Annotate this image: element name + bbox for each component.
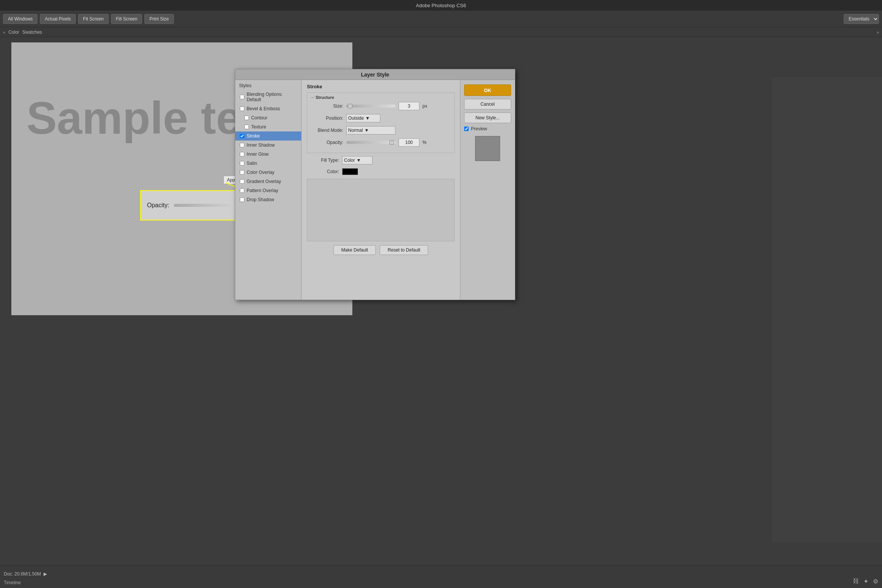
position-dropdown-arrow: ▼ xyxy=(365,116,370,121)
status-icon-star[interactable]: ✦ xyxy=(863,578,868,585)
size-label: Size: xyxy=(311,103,343,109)
gradient-overlay-label: Gradient Overlay xyxy=(247,179,281,184)
timeline-label-area: Timeline xyxy=(0,577,61,588)
collapse-right-icon[interactable]: » xyxy=(877,30,879,34)
fill-area xyxy=(307,179,455,241)
layer-style-dialog: Layer Style Styles Blending Options: Def… xyxy=(235,69,515,300)
styles-item-stroke[interactable]: Stroke xyxy=(235,131,301,141)
status-icon-link[interactable]: ⛓ xyxy=(853,578,859,585)
fill-type-row: Fill Type: Color ▼ xyxy=(307,156,455,164)
app-title: Adobe Photoshop CS6 xyxy=(416,3,466,8)
size-slider[interactable] xyxy=(346,105,396,108)
stroke-opacity-input[interactable] xyxy=(399,138,419,147)
styles-item-inner-shadow[interactable]: Inner Shadow xyxy=(235,141,301,150)
stroke-opacity-slider-thumb[interactable] xyxy=(389,140,394,145)
doc-info: Doc: 20.6M/1.50M ▶ xyxy=(4,571,47,577)
inner-shadow-checkbox[interactable] xyxy=(240,143,244,147)
status-icon-settings[interactable]: ⚙ xyxy=(873,578,878,585)
contour-checkbox[interactable] xyxy=(244,116,249,120)
styles-item-pattern-overlay[interactable]: Pattern Overlay xyxy=(235,186,301,195)
all-windows-button[interactable]: All Windows xyxy=(3,14,38,24)
actual-pixels-button[interactable]: Actual Pixels xyxy=(40,14,76,24)
structure-box: Structure Size: px Position: xyxy=(307,92,455,153)
satin-label: Satin xyxy=(247,161,257,166)
dialog-title-bar: Layer Style xyxy=(235,69,515,80)
dialog-bottom-buttons: Make Default Reset to Default xyxy=(307,245,455,255)
styles-item-drop-shadow[interactable]: Drop Shadow xyxy=(235,195,301,204)
structure-label-row: Structure xyxy=(311,95,450,100)
preview-label-row: Preview xyxy=(464,126,511,131)
status-icons: ⛓ ✦ ⚙ xyxy=(853,578,878,585)
blending-options-label: Blending Options: Default xyxy=(247,92,297,102)
title-bar: Adobe Photoshop CS6 xyxy=(0,0,882,11)
pattern-overlay-checkbox[interactable] xyxy=(240,188,244,193)
styles-panel: Styles Blending Options: Default Bevel &… xyxy=(235,80,302,300)
color-tab-label[interactable]: Color xyxy=(8,30,19,35)
cancel-button[interactable]: Cancel xyxy=(464,99,511,109)
styles-item-contour[interactable]: Contour xyxy=(235,113,301,122)
collapse-left-icon[interactable]: « xyxy=(3,30,5,34)
fill-type-value: Color xyxy=(344,158,355,163)
toolbar: All Windows Actual Pixels Fit Screen Fil… xyxy=(0,11,882,27)
styles-item-gradient-overlay[interactable]: Gradient Overlay xyxy=(235,177,301,186)
position-dropdown[interactable]: Outside ▼ xyxy=(346,114,380,122)
texture-checkbox[interactable] xyxy=(244,125,249,129)
blend-mode-dropdown[interactable]: Normal ▼ xyxy=(346,126,396,134)
reset-to-default-button[interactable]: Reset to Default xyxy=(380,245,428,255)
make-default-button[interactable]: Make Default xyxy=(333,245,376,255)
dialog-title: Layer Style xyxy=(361,72,389,78)
stroke-opacity-label: Opacity: xyxy=(311,140,343,145)
position-row: Position: Outside ▼ xyxy=(311,114,450,122)
doc-info-text: Doc: 20.6M/1.50M xyxy=(4,571,41,577)
color-row: Color: xyxy=(307,168,455,175)
styles-item-satin[interactable]: Satin xyxy=(235,159,301,168)
styles-item-color-overlay[interactable]: Color Overlay xyxy=(235,168,301,177)
stroke-section-title: Stroke xyxy=(307,84,455,89)
fill-type-dropdown[interactable]: Color ▼ xyxy=(342,156,372,164)
styles-item-bevel-emboss[interactable]: Bevel & Emboss xyxy=(235,104,301,113)
color-overlay-checkbox[interactable] xyxy=(240,170,244,175)
blending-options-checkbox[interactable] xyxy=(240,95,244,99)
size-slider-thumb[interactable] xyxy=(348,104,352,108)
styles-item-blending-options[interactable]: Blending Options: Default xyxy=(235,90,301,104)
size-row: Size: px xyxy=(311,102,450,110)
fill-screen-button[interactable]: Fill Screen xyxy=(111,14,142,24)
blend-mode-row: Blend Mode: Normal ▼ xyxy=(311,126,450,134)
fit-screen-button[interactable]: Fit Screen xyxy=(78,14,109,24)
print-size-button[interactable]: Print Size xyxy=(144,14,174,24)
styles-item-inner-glow[interactable]: Inner Glow xyxy=(235,150,301,159)
gradient-overlay-checkbox[interactable] xyxy=(240,179,244,184)
preview-label-text: Preview xyxy=(471,126,487,131)
stroke-checkbox[interactable] xyxy=(240,134,244,138)
texture-label: Texture xyxy=(251,124,266,130)
pattern-overlay-label: Pattern Overlay xyxy=(247,188,278,193)
satin-checkbox[interactable] xyxy=(240,161,244,166)
stroke-opacity-slider[interactable] xyxy=(346,141,396,144)
inner-glow-checkbox[interactable] xyxy=(240,152,244,156)
color-swatch[interactable] xyxy=(342,168,358,175)
status-bar: Doc: 20.6M/1.50M ▶ Timeline ⛓ ✦ ⚙ xyxy=(0,565,882,588)
swatches-tab-label[interactable]: Swatches xyxy=(22,30,42,35)
settings-panel: Stroke Structure Size: px xyxy=(302,80,460,300)
styles-item-texture[interactable]: Texture xyxy=(235,122,301,131)
workspace-select[interactable]: Essentials xyxy=(844,14,879,24)
dialog-right-panel: OK Cancel New Style... Preview xyxy=(460,80,515,300)
new-style-button[interactable]: New Style... xyxy=(464,113,511,123)
ok-button[interactable]: OK xyxy=(464,84,511,96)
fill-type-dropdown-arrow: ▼ xyxy=(357,158,361,163)
drop-shadow-checkbox[interactable] xyxy=(240,197,244,202)
preview-checkbox[interactable] xyxy=(464,127,469,131)
size-unit: px xyxy=(422,103,427,109)
preview-thumbnail xyxy=(475,136,500,161)
bevel-emboss-checkbox[interactable] xyxy=(240,106,244,111)
position-value: Outside xyxy=(348,116,364,121)
color-label: Color: xyxy=(307,169,339,174)
bevel-emboss-label: Bevel & Emboss xyxy=(247,106,280,111)
drop-shadow-label: Drop Shadow xyxy=(247,197,274,202)
stroke-opacity-row: Opacity: % xyxy=(311,138,450,147)
styles-list-header[interactable]: Styles xyxy=(235,81,301,90)
doc-info-arrow[interactable]: ▶ xyxy=(44,571,47,577)
size-input[interactable] xyxy=(399,102,419,110)
blend-mode-label: Blend Mode: xyxy=(311,128,343,133)
fill-type-label: Fill Type: xyxy=(307,158,339,163)
